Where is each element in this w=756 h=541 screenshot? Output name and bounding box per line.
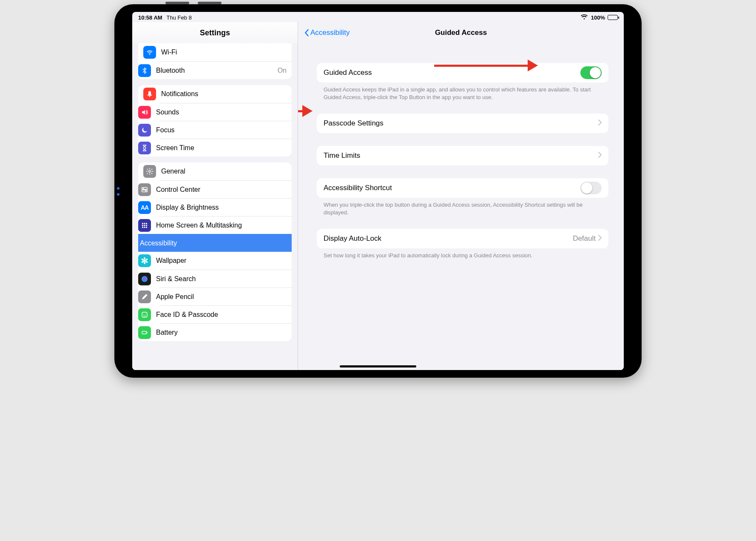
svg-point-20	[144, 260, 146, 262]
svg-rect-31	[142, 331, 147, 334]
sidebar-item-label: Wallpaper	[156, 257, 287, 265]
sidebar-item-label: Face ID & Passcode	[156, 311, 287, 319]
svg-point-30	[145, 313, 146, 314]
sidebar-item-siri[interactable]: Siri & Search	[159, 270, 292, 288]
sidebar-item-label: Notifications	[161, 90, 287, 98]
annotation-arrow-passcode	[298, 105, 313, 117]
sidebar-item-sounds[interactable]: Sounds	[159, 103, 292, 121]
home-indicator	[340, 365, 416, 367]
siri-icon	[138, 273, 151, 285]
svg-point-8	[145, 190, 147, 191]
sidebar-item-label: Screen Time	[156, 144, 287, 152]
chevron-right-icon	[598, 151, 602, 160]
sidebar-item-label: Control Center	[156, 186, 287, 194]
sidebar-item-general[interactable]: General	[138, 162, 292, 180]
svg-rect-5	[142, 187, 148, 189]
sidebar-item-label: Siri & Search	[156, 275, 287, 283]
sidebar-item-screentime[interactable]: Screen Time	[159, 139, 292, 157]
wifi-icon	[143, 46, 156, 59]
row-passcode-settings[interactable]: Passcode Settings	[317, 114, 608, 133]
row-label: Display Auto-Lock	[324, 234, 573, 243]
svg-point-24	[144, 262, 145, 264]
svg-rect-7	[142, 190, 148, 192]
sidebar-item-label: Home Screen & Multitasking	[156, 222, 287, 229]
section-footer: Set how long it takes your iPad to autom…	[317, 248, 608, 259]
screen: 10:58 AM Thu Feb 8 100% Settings Wi-FiBl…	[132, 12, 624, 370]
sidebar-item-faceid[interactable]: Face ID & Passcode	[159, 305, 292, 323]
svg-rect-2	[148, 95, 152, 96]
sidebar-item-wifi[interactable]: Wi-Fi	[138, 43, 292, 61]
row-display-autolock[interactable]: Display Auto-LockDefault	[317, 229, 608, 248]
svg-point-29	[143, 313, 144, 314]
chevron-right-icon	[598, 234, 602, 243]
svg-rect-15	[142, 227, 143, 228]
sidebar-title: Settings	[132, 22, 298, 43]
svg-point-21	[144, 257, 145, 260]
svg-rect-10	[144, 223, 145, 224]
sidebar-item-label: Sounds	[156, 108, 287, 116]
sidebar-item-value: On	[278, 67, 287, 74]
general-icon	[143, 165, 156, 178]
svg-rect-14	[146, 225, 147, 226]
sidebar-item-notifications[interactable]: Notifications	[138, 85, 292, 103]
sidebar-item-accessibility[interactable]: Accessibility	[138, 234, 292, 252]
sidebar-item-label: Battery	[156, 329, 287, 336]
sidebar-item-battery[interactable]: Battery	[159, 323, 292, 341]
row-label: Passcode Settings	[324, 119, 598, 128]
ipad-frame: 10:58 AM Thu Feb 8 100% Settings Wi-FiBl…	[114, 4, 642, 378]
sidebar-item-label: Focus	[156, 126, 287, 134]
wifi-icon	[581, 14, 588, 21]
battery-icon	[608, 15, 618, 20]
toggle-guided-access-toggle[interactable]	[580, 66, 602, 79]
status-time: 10:58 AM	[138, 14, 162, 21]
svg-rect-9	[142, 223, 143, 224]
svg-rect-28	[142, 312, 147, 317]
bluetooth-icon	[138, 64, 151, 77]
row-label: Guided Access	[324, 68, 580, 77]
wallpaper-icon	[138, 254, 151, 267]
toggle-accessibility-shortcut[interactable]	[580, 182, 602, 194]
sidebar-item-controlcenter[interactable]: Control Center	[159, 180, 292, 198]
sidebar-item-wallpaper[interactable]: Wallpaper	[159, 252, 292, 270]
svg-point-3	[149, 96, 151, 97]
row-value: Default	[573, 234, 596, 243]
svg-rect-11	[146, 223, 147, 224]
detail-title: Guided Access	[435, 28, 487, 37]
sidebar-item-label: Bluetooth	[156, 67, 278, 74]
svg-point-27	[142, 276, 148, 282]
svg-rect-13	[144, 225, 145, 226]
faceid-icon	[138, 308, 151, 321]
svg-point-6	[143, 188, 144, 189]
homescreen-icon	[138, 219, 151, 232]
screentime-icon	[138, 142, 151, 154]
chevron-left-icon	[304, 29, 309, 37]
sidebar-item-homescreen[interactable]: Home Screen & Multitasking	[159, 216, 292, 234]
sidebar-item-display[interactable]: AADisplay & Brightness	[159, 198, 292, 216]
sidebar-item-pencil[interactable]: Apple Pencil	[159, 288, 292, 305]
back-button[interactable]: Accessibility	[304, 28, 350, 37]
battery-icon	[138, 326, 151, 339]
sounds-icon	[138, 106, 151, 119]
row-guided-access-toggle[interactable]: Guided Access	[317, 63, 608, 83]
battery-percent: 100%	[591, 14, 605, 21]
pencil-icon	[138, 290, 151, 303]
chevron-right-icon	[598, 119, 602, 128]
sidebar-item-label: Wi-Fi	[161, 48, 287, 56]
svg-point-4	[149, 171, 151, 173]
row-label: Accessibility Shortcut	[324, 184, 580, 192]
section-footer: When you triple-click the top button dur…	[317, 198, 608, 216]
status-bar: 10:58 AM Thu Feb 8 100%	[132, 12, 624, 22]
sidebar-item-label: Apple Pencil	[156, 293, 287, 301]
svg-rect-17	[146, 227, 147, 228]
settings-sidebar: Settings Wi-FiBluetoothOnNotificationsSo…	[132, 22, 298, 370]
section-footer: Guided Access keeps the iPad in a single…	[317, 83, 608, 101]
sidebar-item-focus[interactable]: Focus	[159, 121, 292, 139]
sidebar-item-bluetooth[interactable]: BluetoothOn	[159, 61, 292, 79]
detail-pane: Accessibility Guided Access Guided Acces…	[298, 22, 624, 370]
detail-header: Accessibility Guided Access	[298, 22, 624, 43]
svg-point-0	[149, 54, 150, 55]
svg-rect-12	[142, 225, 143, 226]
row-accessibility-shortcut[interactable]: Accessibility Shortcut	[317, 178, 608, 198]
back-label: Accessibility	[310, 28, 350, 37]
row-time-limits[interactable]: Time Limits	[317, 146, 608, 165]
